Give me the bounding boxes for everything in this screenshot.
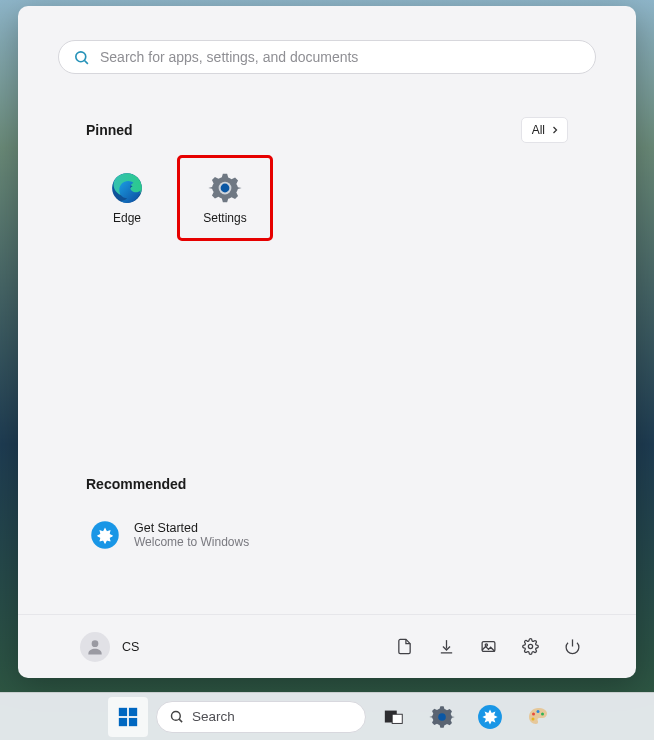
svg-rect-14	[129, 717, 137, 725]
pinned-header: Pinned All	[18, 118, 636, 142]
pinned-title: Pinned	[86, 122, 133, 138]
recommended-header: Recommended	[18, 472, 636, 496]
picture-icon	[480, 638, 497, 655]
svg-point-9	[528, 644, 532, 648]
user-label: CS	[122, 640, 139, 654]
recommended-title: Recommended	[86, 476, 186, 492]
user-profile-button[interactable]: CS	[70, 626, 149, 668]
taskbar-search[interactable]: Search	[156, 701, 366, 733]
search-box[interactable]	[58, 40, 596, 74]
app-label: Settings	[203, 211, 246, 225]
svg-line-1	[84, 60, 87, 63]
start-bottom-bar: CS	[18, 614, 636, 678]
all-apps-button[interactable]: All	[521, 117, 568, 143]
download-icon	[438, 638, 455, 655]
recommended-section: Recommended Get Started Welcome to Windo…	[18, 472, 636, 552]
start-button[interactable]	[108, 697, 148, 737]
search-container	[18, 6, 636, 74]
power-button[interactable]	[560, 635, 584, 659]
recommended-item-title: Get Started	[134, 521, 249, 535]
taskbar-app-settings[interactable]	[422, 697, 462, 737]
settings-icon	[208, 171, 242, 205]
svg-line-16	[179, 719, 182, 722]
document-icon	[396, 638, 413, 655]
recommended-list: Get Started Welcome to Windows	[18, 496, 636, 552]
gear-icon	[522, 638, 539, 655]
documents-button[interactable]	[392, 635, 416, 659]
svg-point-23	[541, 712, 544, 715]
pinned-grid: Edge Settings	[18, 142, 636, 240]
pictures-button[interactable]	[476, 635, 500, 659]
settings-button[interactable]	[518, 635, 542, 659]
avatar	[80, 632, 110, 662]
svg-point-19	[438, 713, 446, 721]
app-label: Edge	[113, 211, 141, 225]
svg-point-4	[221, 184, 230, 193]
power-icon	[564, 638, 581, 655]
search-icon	[73, 49, 90, 66]
svg-point-21	[532, 712, 535, 715]
app-tile-edge[interactable]: Edge	[80, 156, 174, 240]
svg-point-0	[76, 51, 86, 61]
svg-point-24	[532, 717, 535, 720]
get-started-icon	[90, 520, 120, 550]
search-input[interactable]	[100, 49, 581, 65]
svg-point-22	[537, 710, 540, 713]
search-icon	[169, 709, 184, 724]
taskbar-app-paint[interactable]	[518, 697, 558, 737]
taskbar-center: Search	[108, 697, 558, 737]
settings-icon	[429, 704, 455, 730]
windows-logo-icon	[117, 706, 139, 728]
get-started-icon	[477, 704, 503, 730]
system-icons	[392, 635, 584, 659]
paint-icon	[526, 705, 550, 729]
recommended-item-texts: Get Started Welcome to Windows	[134, 521, 249, 549]
taskbar: Search	[0, 692, 654, 740]
svg-point-15	[172, 712, 181, 721]
taskbar-search-label: Search	[192, 709, 235, 724]
recommended-item-subtitle: Welcome to Windows	[134, 535, 249, 549]
taskbar-app-get-started[interactable]	[470, 697, 510, 737]
recommended-item-get-started[interactable]: Get Started Welcome to Windows	[90, 518, 564, 552]
svg-rect-18	[392, 714, 402, 723]
start-menu-panel: Pinned All Edge	[18, 6, 636, 678]
svg-rect-13	[119, 717, 127, 725]
user-icon	[85, 637, 105, 657]
svg-rect-12	[129, 707, 137, 715]
downloads-button[interactable]	[434, 635, 458, 659]
task-view-button[interactable]	[374, 697, 414, 737]
chevron-right-icon	[549, 124, 561, 136]
edge-icon	[110, 171, 144, 205]
app-tile-settings[interactable]: Settings	[178, 156, 272, 240]
svg-point-6	[92, 640, 99, 647]
svg-rect-11	[119, 707, 127, 715]
task-view-icon	[383, 706, 405, 728]
all-apps-label: All	[532, 123, 545, 137]
